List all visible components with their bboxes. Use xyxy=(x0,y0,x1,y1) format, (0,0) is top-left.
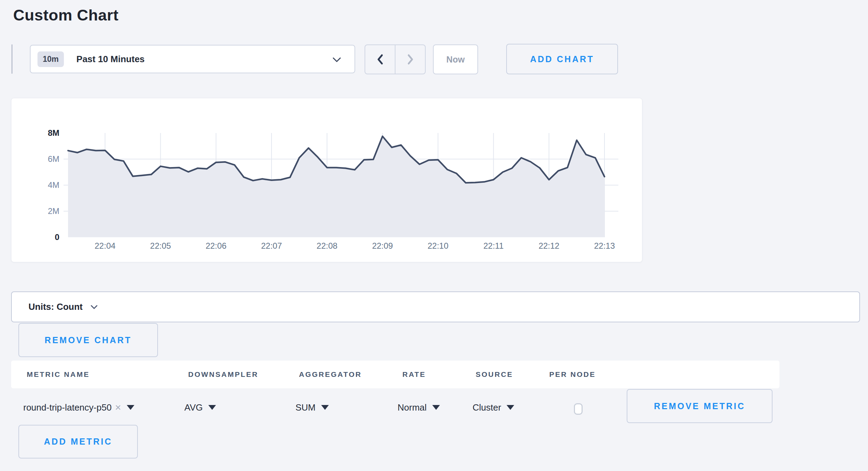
svg-text:22:04: 22:04 xyxy=(95,241,116,250)
units-label: Units: Count xyxy=(28,301,83,312)
downsampler-value: AVG xyxy=(184,402,203,413)
prev-time-button[interactable] xyxy=(365,45,395,74)
svg-text:22:13: 22:13 xyxy=(594,241,615,250)
chart-card: 22:0422:0522:0622:0722:0822:0922:1022:11… xyxy=(11,98,642,262)
metric-area-chart: 22:0422:0522:0622:0722:0822:0922:1022:11… xyxy=(11,98,642,262)
svg-text:22:07: 22:07 xyxy=(261,241,282,250)
chevron-down-icon xyxy=(332,57,341,63)
column-header-source: SOURCE xyxy=(476,361,513,388)
svg-text:22:11: 22:11 xyxy=(483,241,503,250)
time-range-label: Past 10 Minutes xyxy=(76,54,145,65)
add-metric-button[interactable]: ADD METRIC xyxy=(18,425,138,458)
svg-text:22:12: 22:12 xyxy=(539,241,559,250)
metric-name-value: round-trip-latency-p50 xyxy=(23,402,111,413)
svg-text:0: 0 xyxy=(55,232,59,242)
svg-text:2M: 2M xyxy=(48,206,59,216)
time-pager xyxy=(365,44,426,74)
svg-text:22:08: 22:08 xyxy=(317,241,337,250)
column-header-downsampler: DOWNSAMPLER xyxy=(188,361,258,388)
metrics-table-header: METRIC NAME DOWNSAMPLER AGGREGATOR RATE … xyxy=(11,361,779,388)
aggregator-select[interactable]: SUM xyxy=(295,388,329,427)
chevron-right-icon xyxy=(407,54,414,65)
toolbar-divider xyxy=(11,44,12,74)
dropdown-caret-icon xyxy=(208,405,216,410)
rate-select[interactable]: Normal xyxy=(398,388,440,427)
column-header-metric-name: METRIC NAME xyxy=(27,361,90,388)
downsampler-select[interactable]: AVG xyxy=(184,388,216,427)
svg-text:4M: 4M xyxy=(48,180,59,190)
add-chart-button[interactable]: ADD CHART xyxy=(506,44,618,74)
chevron-left-icon xyxy=(376,54,384,65)
clear-metric-icon[interactable]: × xyxy=(115,402,121,413)
source-value: Cluster xyxy=(473,402,501,413)
svg-text:22:06: 22:06 xyxy=(206,241,226,250)
now-button[interactable]: Now xyxy=(433,44,478,74)
aggregator-value: SUM xyxy=(295,402,316,413)
dropdown-caret-icon xyxy=(321,405,329,410)
column-header-aggregator: AGGREGATOR xyxy=(299,361,362,388)
dropdown-caret-icon xyxy=(432,405,440,410)
custom-chart-page: Custom Chart 10m Past 10 Minutes Now ADD… xyxy=(0,0,868,471)
svg-text:22:10: 22:10 xyxy=(427,241,448,250)
dropdown-caret-icon xyxy=(507,405,514,410)
next-time-button[interactable] xyxy=(395,45,425,74)
chevron-down-icon xyxy=(90,305,98,309)
svg-text:22:05: 22:05 xyxy=(150,241,171,250)
page-title: Custom Chart xyxy=(13,6,119,24)
dropdown-caret-icon xyxy=(127,405,134,410)
remove-chart-button[interactable]: REMOVE CHART xyxy=(18,323,158,357)
remove-metric-button[interactable]: REMOVE METRIC xyxy=(627,389,773,423)
rate-value: Normal xyxy=(398,402,427,413)
metric-name-select[interactable]: round-trip-latency-p50 × xyxy=(23,388,134,427)
source-select[interactable]: Cluster xyxy=(473,388,514,427)
column-header-per-node: PER NODE xyxy=(549,361,596,388)
svg-text:6M: 6M xyxy=(48,154,59,164)
svg-text:22:09: 22:09 xyxy=(372,241,393,250)
time-range-select[interactable]: 10m Past 10 Minutes xyxy=(30,45,355,73)
per-node-checkbox[interactable] xyxy=(574,403,583,415)
units-dropdown[interactable]: Units: Count xyxy=(11,291,860,322)
column-header-rate: RATE xyxy=(402,361,426,388)
svg-text:8M: 8M xyxy=(48,128,59,138)
time-range-badge: 10m xyxy=(37,51,64,67)
